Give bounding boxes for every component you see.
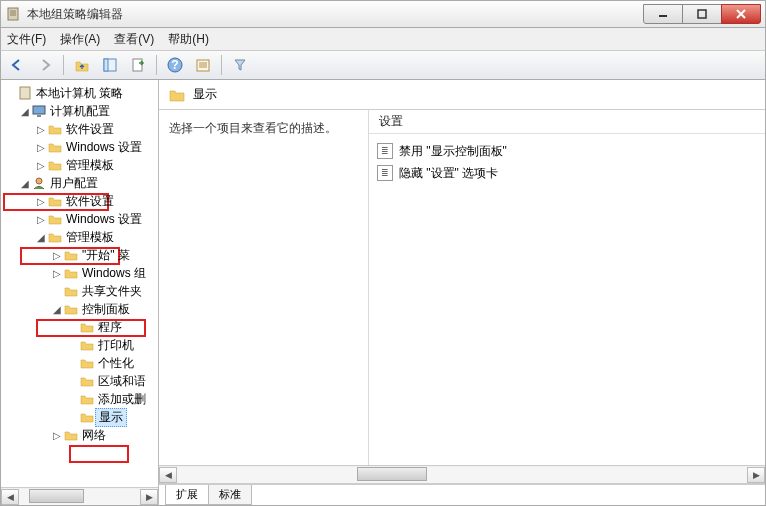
svg-text:?: ? [171,58,178,72]
toolbar: ? [0,50,766,80]
scroll-right-button[interactable]: ▶ [747,467,765,483]
menu-file[interactable]: 文件(F) [7,31,46,48]
tree-add-remove[interactable]: 添加或删 [5,390,158,408]
highlight-display [69,445,129,463]
back-button[interactable] [5,53,29,77]
tree-windows-settings-2[interactable]: ▷Windows 设置 [5,210,158,228]
tree-user-config[interactable]: ◢用户配置 [5,174,158,192]
settings-item-label: 禁用 "显示控制面板" [399,143,507,160]
settings-item[interactable]: ≣ 禁用 "显示控制面板" [377,140,757,162]
folder-icon [79,319,95,335]
folder-icon [79,373,95,389]
tree-programs[interactable]: 程序 [5,318,158,336]
svg-rect-9 [104,59,108,71]
tab-strip: 扩展 标准 [159,483,765,505]
scroll-thumb[interactable] [29,489,84,503]
folder-icon [169,87,185,103]
tree-windows-settings-1[interactable]: ▷Windows 设置 [5,138,158,156]
tree-display[interactable]: 显示 [5,408,158,426]
scroll-left-button[interactable]: ◀ [1,489,19,505]
properties-button[interactable] [191,53,215,77]
folder-icon [63,265,79,281]
show-hide-tree-button[interactable] [98,53,122,77]
tree-body[interactable]: 本地计算机 策略 ◢计算机配置 ▷软件设置 ▷Windows 设置 ▷管理模板 … [1,80,158,487]
tree-personalization[interactable]: 个性化 [5,354,158,372]
svg-rect-5 [698,10,706,18]
folder-icon [79,337,95,353]
maximize-button[interactable] [682,4,722,24]
tree-software-settings-1[interactable]: ▷软件设置 [5,120,158,138]
content-area: 本地计算机 策略 ◢计算机配置 ▷软件设置 ▷Windows 设置 ▷管理模板 … [0,80,766,506]
tree-shared-folders[interactable]: 共享文件夹 [5,282,158,300]
settings-header[interactable]: 设置 [369,110,765,134]
tree-region-language[interactable]: 区域和语 [5,372,158,390]
settings-item-label: 隐藏 "设置" 选项卡 [399,165,498,182]
menu-bar: 文件(F) 操作(A) 查看(V) 帮助(H) [0,28,766,50]
tree-computer-config[interactable]: ◢计算机配置 [5,102,158,120]
menu-view[interactable]: 查看(V) [114,31,154,48]
export-button[interactable] [126,53,150,77]
settings-item[interactable]: ≣ 隐藏 "设置" 选项卡 [377,162,757,184]
app-icon [5,6,21,22]
folder-icon [79,409,95,425]
details-title: 显示 [193,86,217,103]
filter-button[interactable] [228,53,252,77]
scroll-right-button[interactable]: ▶ [140,489,158,505]
folder-icon [79,391,95,407]
scroll-thumb[interactable] [357,467,427,481]
folder-icon [47,157,63,173]
description-prompt: 选择一个项目来查看它的描述。 [169,121,337,135]
tree-start-menu[interactable]: ▷"开始" 菜 [5,246,158,264]
folder-icon [79,355,95,371]
folder-icon [63,301,79,317]
tree-admin-templates-2[interactable]: ◢管理模板 [5,228,158,246]
scroll-track[interactable] [177,467,747,483]
settings-list: ≣ 禁用 "显示控制面板" ≣ 隐藏 "设置" 选项卡 [369,134,765,190]
computer-icon [31,103,47,119]
svg-rect-19 [37,115,41,117]
svg-rect-0 [8,8,18,20]
menu-help[interactable]: 帮助(H) [168,31,209,48]
policy-item-icon: ≣ [377,143,393,159]
tree-control-panel[interactable]: ◢控制面板 [5,300,158,318]
menu-action[interactable]: 操作(A) [60,31,100,48]
details-hscrollbar[interactable]: ◀ ▶ [159,465,765,483]
tree-printers[interactable]: 打印机 [5,336,158,354]
tab-extended[interactable]: 扩展 [165,485,209,505]
tree-admin-templates-1[interactable]: ▷管理模板 [5,156,158,174]
settings-column: 设置 ≣ 禁用 "显示控制面板" ≣ 隐藏 "设置" 选项卡 [369,110,765,465]
tree-network[interactable]: ▷网络 [5,426,158,444]
minimize-button[interactable] [643,4,683,24]
svg-rect-10 [133,59,142,71]
tree-software-settings-2[interactable]: ▷软件设置 [5,192,158,210]
help-button[interactable]: ? [163,53,187,77]
folder-icon [47,229,63,245]
title-bar: 本地组策略编辑器 [0,0,766,28]
policy-item-icon: ≣ [377,165,393,181]
tree-root[interactable]: 本地计算机 策略 [5,84,158,102]
folder-icon [63,283,79,299]
svg-rect-18 [33,106,45,114]
svg-point-20 [36,178,42,184]
scroll-left-button[interactable]: ◀ [159,467,177,483]
tab-standard[interactable]: 标准 [208,485,252,505]
folder-icon [47,193,63,209]
window-title: 本地组策略编辑器 [27,6,644,23]
description-column: 选择一个项目来查看它的描述。 [159,110,369,465]
scroll-track[interactable] [19,489,140,505]
tree-hscrollbar[interactable]: ◀ ▶ [1,487,158,505]
svg-rect-17 [20,87,30,99]
folder-icon [47,121,63,137]
details-header: 显示 [159,80,765,110]
folder-icon [63,247,79,263]
folder-icon [63,427,79,443]
user-icon [31,175,47,191]
details-pane: 显示 选择一个项目来查看它的描述。 设置 ≣ 禁用 "显示控制面板" ≣ 隐藏 … [159,80,765,505]
tree-pane: 本地计算机 策略 ◢计算机配置 ▷软件设置 ▷Windows 设置 ▷管理模板 … [1,80,159,505]
folder-icon [47,211,63,227]
forward-button[interactable] [33,53,57,77]
folder-icon [47,139,63,155]
tree-windows-components[interactable]: ▷Windows 组 [5,264,158,282]
close-button[interactable] [721,4,761,24]
up-button[interactable] [70,53,94,77]
